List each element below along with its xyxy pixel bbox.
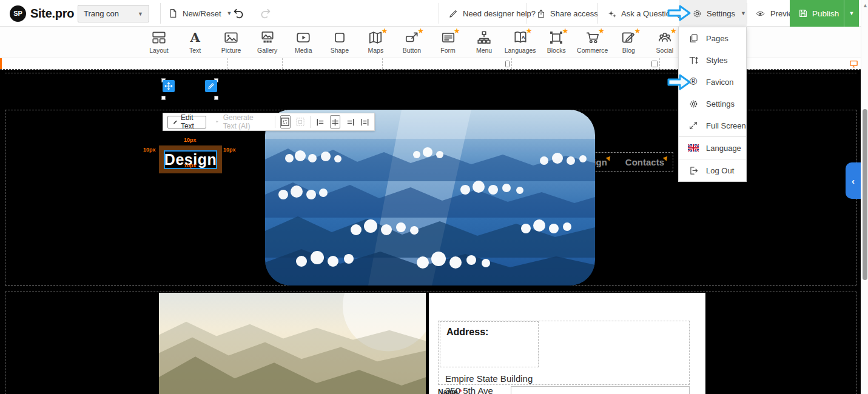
toolbar-item-picture[interactable]: ★ Picture	[215, 28, 247, 56]
toolbar-item-blocks[interactable]: ★ Blocks	[540, 28, 573, 56]
chevron-left-icon: ‹	[852, 176, 855, 186]
divider	[160, 3, 161, 24]
contact-panel: Address: Empire State Building 350 5th A…	[429, 293, 705, 394]
hero-cloud-image[interactable]	[265, 110, 595, 285]
premium-star-icon: ★	[634, 27, 641, 35]
page-selector-dropdown[interactable]: Trang con ▼	[78, 5, 149, 22]
menu-item-log-out[interactable]: Log Out	[679, 159, 746, 181]
edit-text-button[interactable]: Edit Text	[167, 116, 206, 129]
edit-element-button[interactable]	[205, 80, 217, 92]
toolbar-item-text[interactable]: A ★ Text	[179, 28, 212, 56]
editor-topbar: SP Site.pro Trang con ▼ New/Reset ▼ Need…	[0, 0, 861, 27]
sitemap-icon	[476, 28, 492, 45]
settings-button[interactable]: Settings ▼	[692, 0, 746, 27]
scroll-up-arrow[interactable]: ▲	[863, 2, 868, 8]
scrollbar-thumb[interactable]	[863, 109, 867, 280]
menu-item-styles[interactable]: Styles	[679, 49, 746, 71]
toolbar-item-languages[interactable]: A ★ Languages	[504, 28, 537, 56]
premium-star-icon: ★	[454, 27, 460, 35]
ruler-origin-marker	[0, 58, 2, 69]
phone-breakpoint-icon[interactable]	[505, 61, 510, 67]
align-center-button[interactable]	[330, 115, 340, 129]
ai-sparkle-icon	[215, 118, 220, 125]
layout-icon	[151, 28, 167, 45]
picture-icon	[223, 28, 239, 45]
align-right-button[interactable]	[345, 115, 355, 129]
border-style-none-button[interactable]	[295, 115, 305, 129]
publish-options-caret[interactable]: ▼	[844, 0, 859, 27]
page-selector-value: Trang con	[84, 9, 119, 18]
annotation-arrow-settings	[667, 4, 691, 22]
required-asterisk: *	[459, 388, 462, 394]
align-justify-button[interactable]	[360, 115, 370, 129]
desktop-breakpoint-icon[interactable]	[849, 59, 858, 71]
uk-flag-icon	[688, 144, 699, 152]
publish-button[interactable]: Publish ▼	[790, 0, 859, 27]
gallery-icon	[260, 28, 275, 45]
share-access-button[interactable]: Share access	[536, 0, 598, 27]
new-page-icon	[168, 8, 178, 19]
redo-icon	[260, 7, 272, 19]
address-heading: Address:	[446, 327, 488, 338]
toolbar-item-blog[interactable]: ★ Blog	[612, 28, 645, 56]
name-input-field[interactable]	[511, 386, 690, 394]
toolbar-item-button[interactable]: ★ Button	[395, 28, 428, 56]
premium-star-icon: ★	[526, 27, 533, 35]
toolbar-item-form[interactable]: ★ Form	[432, 28, 465, 56]
toolbar-item-gallery[interactable]: ★ Gallery	[251, 28, 284, 56]
tablet-breakpoint-icon[interactable]	[651, 61, 658, 67]
toolbar-item-social[interactable]: ★ Social	[648, 28, 681, 56]
align-left-button[interactable]	[315, 115, 325, 129]
settings-dropdown-menu: Pages Styles ® Favicon Settings Full Scr…	[678, 27, 747, 182]
divider	[597, 3, 598, 24]
premium-star-icon: ★	[670, 27, 677, 35]
toolbar-item-shape[interactable]: ★ Shape	[323, 28, 356, 56]
toolbar-item-menu[interactable]: ★ Menu	[468, 28, 500, 56]
breakpoint-line	[511, 58, 512, 69]
text-icon: A	[190, 28, 200, 45]
resize-handle[interactable]	[161, 96, 166, 100]
breakpoint-line	[382, 58, 383, 69]
text-edit-toolbar: Edit Text Generate Text (AI)	[163, 113, 375, 131]
toolbar-item-media[interactable]: ★ Media	[287, 28, 320, 56]
menu-item-full-screen[interactable]: Full Screen	[679, 115, 746, 136]
logout-icon	[688, 165, 699, 176]
toolbar-item-layout[interactable]: ★ Layout	[143, 28, 175, 56]
divider	[527, 3, 527, 24]
margin-top-label: 10px	[184, 137, 197, 143]
premium-star-icon: ★	[562, 27, 568, 35]
shape-icon	[332, 28, 348, 45]
toolbar-item-commerce[interactable]: ★ Commerce	[576, 28, 609, 56]
media-icon	[295, 28, 311, 45]
fullscreen-icon	[688, 121, 699, 130]
margin-right-label: 10px	[223, 147, 236, 153]
pencil-icon	[173, 119, 178, 125]
window-scrollbar[interactable]: ▲	[861, 0, 868, 394]
resize-handle[interactable]	[214, 96, 218, 100]
premium-star-icon: ★	[382, 27, 388, 35]
breakpoint-line	[659, 58, 660, 69]
menu-item-pages[interactable]: Pages	[679, 27, 746, 49]
panel-collapse-tab[interactable]: ‹	[846, 162, 861, 199]
address-text-outline[interactable]: Address: Empire State Building 350 5th A…	[440, 321, 539, 367]
menu-item-language[interactable]: Language	[679, 137, 746, 159]
paintbrush-icon	[448, 8, 459, 19]
divider	[747, 3, 747, 24]
breakpoint-line	[227, 58, 228, 69]
redo-button[interactable]	[260, 0, 272, 27]
chevron-down-icon: ▼	[227, 10, 232, 16]
designer-help-button[interactable]: Need designer help?	[448, 0, 536, 27]
border-style-button[interactable]	[280, 115, 291, 129]
generate-text-ai-button[interactable]: Generate Text (AI)	[211, 116, 270, 129]
app-logo: SP Site.pro	[10, 0, 74, 27]
toolbar-item-maps[interactable]: ★ Maps	[359, 28, 392, 56]
move-element-button[interactable]	[163, 80, 175, 92]
undo-button[interactable]	[232, 0, 244, 27]
pages-icon	[688, 33, 699, 44]
new-reset-button[interactable]: New/Reset ▼	[168, 0, 232, 27]
premium-star-icon: ★	[417, 27, 424, 35]
chevron-down-icon: ▼	[138, 11, 143, 17]
menu-item-settings[interactable]: Settings	[679, 93, 746, 115]
gear-icon	[688, 99, 699, 109]
mountain-image[interactable]	[159, 293, 426, 394]
